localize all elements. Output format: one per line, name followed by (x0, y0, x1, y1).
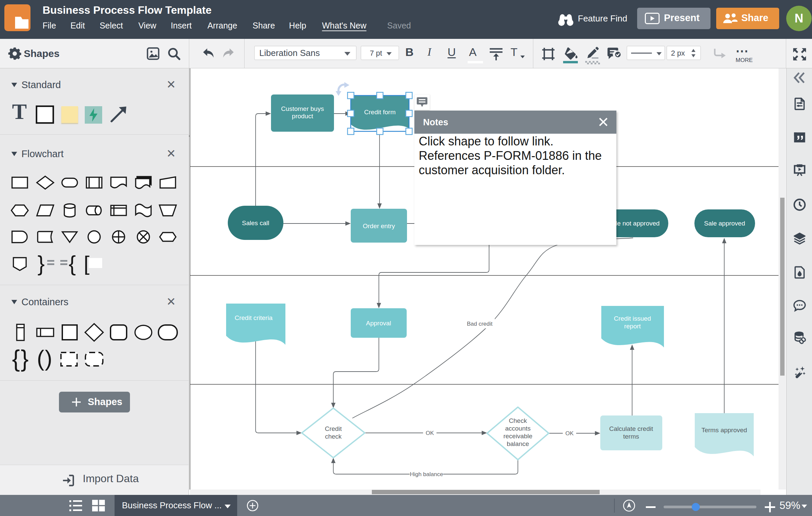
svg-text:): ) (45, 346, 52, 371)
svg-text:product: product (292, 113, 313, 120)
svg-text:Order entry: Order entry (363, 223, 395, 230)
svg-text:balance: balance (507, 440, 529, 447)
svg-text:[: [ (84, 252, 89, 275)
svg-text:Sale approved: Sale approved (704, 220, 745, 227)
svg-text:receivable: receivable (503, 433, 533, 439)
svg-text:}: } (37, 252, 45, 276)
svg-text:Terms approved: Terms approved (701, 427, 747, 434)
svg-text:Check: Check (509, 417, 527, 424)
svg-text:OK: OK (426, 430, 434, 436)
svg-text:accounts: accounts (505, 425, 531, 432)
svg-text:Approval: Approval (366, 320, 391, 327)
svg-text:Credit issued: Credit issued (614, 315, 651, 322)
svg-text:OK: OK (566, 430, 574, 437)
svg-text:Bad credit: Bad credit (467, 321, 493, 327)
svg-text:terms: terms (623, 433, 639, 440)
svg-text:{: { (12, 345, 20, 372)
svg-text:check: check (325, 433, 342, 440)
svg-text:Credit form: Credit form (364, 109, 396, 116)
svg-text:Customer buys: Customer buys (281, 105, 324, 112)
svg-text:(: ( (37, 346, 44, 371)
svg-text:report: report (624, 323, 641, 330)
svg-text:Credit criteria: Credit criteria (235, 314, 273, 321)
svg-text:Credit: Credit (325, 425, 342, 432)
svg-text:}: } (21, 345, 28, 372)
svg-text:High balance: High balance (410, 471, 443, 478)
svg-text:Sales call: Sales call (242, 220, 269, 227)
svg-text:{: { (69, 252, 76, 276)
svg-text:Calculate credit: Calculate credit (609, 425, 654, 432)
